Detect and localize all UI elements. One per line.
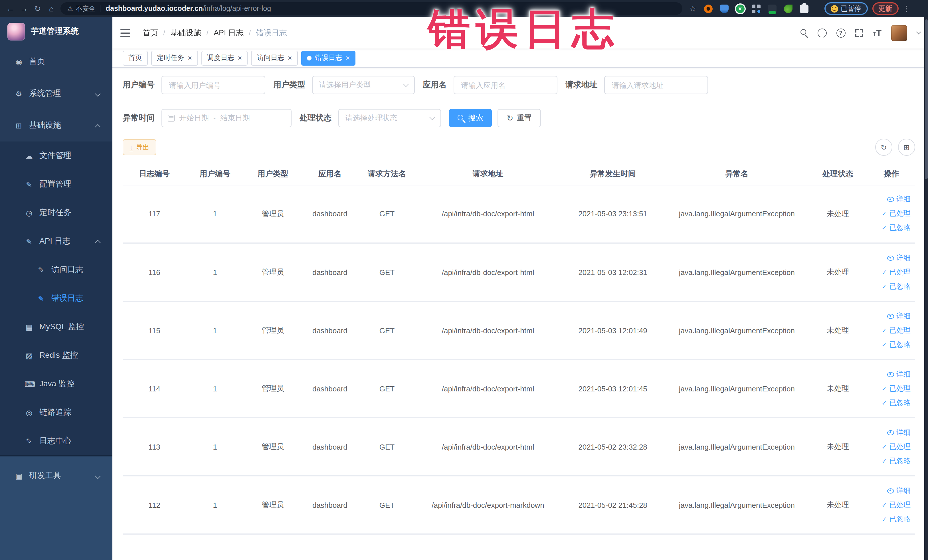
tab-scheduled-job[interactable]: 定时任务 × [151,50,198,65]
row-actions: 详细 ✓已处理 ✓已忽略 [870,195,913,233]
app-name-input[interactable] [453,76,557,94]
sidebar-item-file-manage[interactable]: ☁ 文件管理 [0,142,112,170]
extensions-puzzle-icon[interactable] [800,4,808,13]
sidebar-item-trace[interactable]: ◎ 链路追踪 [0,398,112,427]
reset-button[interactable]: ↻ 重置 [498,109,540,127]
mark-processed-link[interactable]: ✓已处理 [882,442,911,452]
export-button[interactable]: ↓ 导出 [123,139,156,155]
browser-update-button[interactable]: 更新 [872,2,898,15]
sidebar-collapse-icon[interactable] [121,29,130,37]
detail-link[interactable]: 详细 [887,195,911,204]
breadcrumb-infra[interactable]: 基础设施 [171,27,201,38]
check-icon: ✓ [882,502,887,508]
chevron-up-icon [95,124,101,130]
close-icon[interactable]: × [188,54,192,62]
cell-user-id: 1 [186,359,244,418]
tags-view-bar: 首页 定时任务 × 调度日志 × 访问日志 × 错误日志 × [112,49,928,68]
bookmark-star-icon[interactable]: ☆ [689,4,696,13]
search-icon[interactable] [800,29,807,37]
cell-user-type: 管理员 [244,301,302,359]
breadcrumb-api-log[interactable]: API 日志 [214,27,244,38]
scrollbar-thumb[interactable] [925,20,928,179]
avatar-caret-icon[interactable] [916,30,921,35]
forward-icon[interactable]: → [18,2,30,15]
back-icon[interactable]: ← [5,2,16,15]
home-icon[interactable]: ⌂ [46,2,57,15]
sidebar-item-log-center[interactable]: ✎ 日志中心 [0,427,112,455]
sidebar-item-access-log[interactable]: ✎ 访问日志 [0,256,112,284]
mark-ignored-link[interactable]: ✓已忽略 [882,340,911,349]
sidebar-item-error-log[interactable]: ✎ 错误日志 [0,284,112,313]
fullscreen-icon[interactable] [855,29,863,37]
mark-ignored-link[interactable]: ✓已忽略 [882,282,911,291]
mark-ignored-link[interactable]: ✓已忽略 [882,456,911,466]
request-url-input[interactable] [604,76,708,94]
access-log-icon: ✎ [37,266,46,274]
mark-processed-link[interactable]: ✓已处理 [882,325,911,335]
sidebar-item-api-log[interactable]: ✎ API 日志 [0,227,112,256]
extension-icon-grid[interactable] [752,4,760,13]
cell-process-status: 未处理 [808,185,867,243]
sidebar-item-scheduled-job[interactable]: ◷ 定时任务 [0,198,112,227]
detail-link[interactable]: 详细 [887,311,911,321]
extension-icon-on-badge[interactable] [768,4,776,13]
mark-processed-link[interactable]: ✓已处理 [882,209,911,219]
sidebar-item-dev-tools[interactable]: ▣ 研发工具 [0,460,112,492]
sidebar-item-config-manage[interactable]: ✎ 配置管理 [0,170,112,198]
cell-request-url: /api/infra/db-doc/export-html [416,359,560,418]
paused-pill-button[interactable]: 已暂停 [824,2,867,15]
close-icon[interactable]: × [346,54,350,62]
cell-log-id: 112 [123,476,186,534]
extension-icon-shield[interactable] [720,4,728,13]
column-settings-button[interactable]: ⊞ [898,139,915,156]
tab-error-log[interactable]: 错误日志 × [301,50,356,65]
mark-ignored-link[interactable]: ✓已忽略 [882,223,911,233]
sidebar-item-mysql-monitor[interactable]: ▤ MySQL 监控 [0,313,112,341]
help-icon[interactable]: ? [836,28,845,37]
end-date-placeholder: 结束日期 [220,113,250,123]
tab-schedule-log[interactable]: 调度日志 × [201,50,247,65]
sidebar-logo[interactable]: 芋道管理系统 [0,17,112,46]
close-icon[interactable]: × [288,54,292,62]
github-icon[interactable] [817,28,826,37]
detail-link[interactable]: 详细 [887,486,911,496]
extension-icon-orange[interactable] [704,4,712,13]
user-avatar[interactable] [891,25,907,41]
sidebar-item-system[interactable]: ⚙ 系统管理 [0,78,112,110]
detail-link[interactable]: 详细 [887,253,911,263]
mark-ignored-link[interactable]: ✓已忽略 [882,398,911,407]
address-bar[interactable]: ⚠ 不安全 dashboard.yudao.iocoder.cn /infra/… [61,2,682,15]
mark-processed-link[interactable]: ✓已处理 [882,500,911,510]
sidebar-item-infra[interactable]: ⊞ 基础设施 [0,110,112,142]
cell-exception-name: java.lang.IllegalArgumentException [665,418,808,476]
font-size-icon[interactable]: TT [873,28,882,38]
tab-access-log[interactable]: 访问日志 × [251,50,298,65]
sidebar-item-label: 链路追踪 [40,407,71,418]
breadcrumb-home[interactable]: 首页 [143,27,158,38]
sidebar-item-home[interactable]: ◉ 首页 [0,46,112,78]
refresh-table-button[interactable]: ↻ [875,139,892,156]
detail-link[interactable]: 详细 [887,428,911,437]
user-type-select[interactable]: 请选择用户类型 [312,76,415,94]
detail-link[interactable]: 详细 [887,369,911,379]
security-warning-icon[interactable]: ⚠ [67,5,73,12]
download-icon: ↓ [130,143,133,151]
mark-processed-link[interactable]: ✓已处理 [882,267,911,277]
user-id-input[interactable] [162,76,265,94]
close-icon[interactable]: × [238,54,242,62]
sidebar-item-redis-monitor[interactable]: ▨ Redis 监控 [0,341,112,370]
reload-icon[interactable]: ↻ [32,2,43,15]
date-range-picker[interactable]: 开始日期 - 结束日期 [162,109,292,127]
mark-processed-link[interactable]: ✓已处理 [882,384,911,394]
browser-menu-icon[interactable]: ⋮ [902,4,910,13]
search-button[interactable]: 搜索 [449,109,492,127]
sidebar-item-label: 系统管理 [29,89,61,99]
extension-icon-green-v[interactable]: v [736,4,744,13]
extension-icon-sprout[interactable] [784,4,792,13]
sidebar-item-label: 定时任务 [40,208,71,218]
process-status-select[interactable]: 请选择处理状态 [338,109,441,127]
tab-home[interactable]: 首页 [123,50,148,65]
mark-ignored-link[interactable]: ✓已忽略 [882,514,911,524]
sidebar-item-label: 首页 [29,56,45,67]
sidebar-item-java-monitor[interactable]: ⌨ Java 监控 [0,370,112,398]
